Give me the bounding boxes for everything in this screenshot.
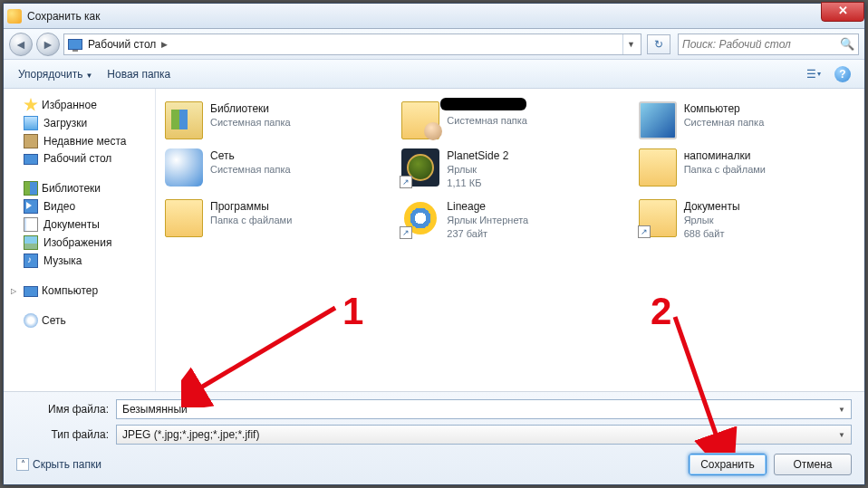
nav-row: ◄ ► Рабочий стол ▶ ▼ ↻ 🔍 [4, 29, 864, 60]
chevron-right-icon[interactable]: ▶ [161, 40, 168, 49]
user-folder-icon [401, 101, 439, 139]
close-button[interactable]: ✕ [821, 2, 864, 22]
sidebar-group-libraries[interactable]: Библиотеки [7, 179, 151, 197]
titlebar[interactable]: Сохранить как ✕ [4, 4, 864, 29]
list-item[interactable]: ↗ ДокументыЯрлык688 байт [637, 197, 857, 243]
shortcut-overlay-icon: ↗ [400, 226, 412, 239]
libraries-icon [165, 101, 203, 139]
shortcut-overlay-icon: ↗ [638, 225, 651, 238]
computer-icon [639, 101, 677, 139]
list-item[interactable]: СетьСистемная папка [163, 147, 383, 192]
filename-value: Безымянный [122, 403, 838, 416]
app-icon [7, 9, 22, 24]
sidebar-item-computer[interactable]: ▷ Компьютер [7, 282, 151, 299]
sidebar-item-network[interactable]: Сеть [7, 311, 151, 330]
libraries-icon [24, 181, 38, 196]
sidebar-group-favorites[interactable]: Избранное [7, 96, 151, 114]
sidebar-item-desktop[interactable]: Рабочий стол [7, 150, 151, 167]
hide-folders-link[interactable]: ˄ Скрыть папки [16, 458, 101, 471]
redacted-name [440, 98, 526, 110]
search-box[interactable]: 🔍 [678, 33, 859, 55]
search-input[interactable] [682, 38, 840, 51]
file-list[interactable]: БиблиотекиСистемная папка Системная папк… [156, 89, 864, 391]
view-options-button[interactable]: ☰▾ [801, 64, 826, 84]
list-item[interactable]: БиблиотекиСистемная папка [163, 100, 383, 141]
filetype-label: Тип файла: [16, 428, 116, 441]
help-button[interactable]: ? [830, 64, 855, 84]
sidebar-item-video[interactable]: Видео [7, 197, 151, 215]
sidebar-item-music[interactable]: Музыка [7, 252, 151, 270]
music-icon [24, 254, 38, 268]
save-button[interactable]: Сохранить [689, 454, 767, 475]
sidebar: Избранное Загрузки Недавние места Рабочи… [4, 89, 156, 391]
collapse-icon: ▷ [11, 287, 20, 295]
network-icon [24, 313, 38, 328]
bottom-panel: Имя файла: Безымянный ▼ Тип файла: JPEG … [4, 391, 864, 484]
list-item[interactable]: ↗ PlanetSide 2Ярлык1,11 КБ [400, 147, 620, 192]
star-icon [24, 98, 38, 112]
filetype-field[interactable]: JPEG (*.jpg;*.jpeg;*.jpe;*.jfif) ▼ [116, 425, 852, 445]
sidebar-item-recent[interactable]: Недавние места [7, 132, 151, 150]
address-dropdown[interactable]: ▼ [622, 34, 639, 54]
computer-icon [24, 286, 38, 297]
list-item[interactable]: Системная папка [400, 100, 620, 141]
cancel-button[interactable]: Отмена [774, 454, 852, 475]
list-item[interactable]: ↗ LineageЯрлык Интернета237 байт [400, 197, 620, 243]
list-item[interactable]: напоминалкиПапка с файлами [637, 147, 857, 192]
sidebar-item-documents[interactable]: Документы [7, 215, 151, 234]
network-icon [165, 148, 203, 187]
planetside2-icon: ↗ [401, 148, 439, 187]
breadcrumb[interactable]: Рабочий стол [88, 38, 156, 51]
sidebar-item-images[interactable]: Изображения [7, 234, 151, 252]
desktop-icon [24, 154, 38, 165]
window-title: Сохранить как [27, 10, 100, 23]
dropdown-icon[interactable]: ▼ [838, 406, 845, 414]
organize-menu[interactable]: Упорядочить▼ [13, 64, 98, 84]
desktop-icon [68, 39, 82, 50]
filename-field[interactable]: Безымянный ▼ [116, 399, 852, 419]
filename-label: Имя файла: [16, 403, 116, 416]
filetype-value: JPEG (*.jpg;*.jpeg;*.jpe;*.jfif) [122, 428, 838, 441]
downloads-icon [24, 116, 38, 130]
new-folder-button[interactable]: Новая папка [101, 64, 176, 84]
back-button[interactable]: ◄ [9, 33, 33, 56]
forward-button[interactable]: ► [36, 33, 60, 56]
search-icon[interactable]: 🔍 [840, 37, 854, 51]
lineage-icon: ↗ [401, 199, 439, 237]
list-item[interactable]: КомпьютерСистемная папка [637, 100, 857, 141]
documents-icon [24, 217, 38, 232]
address-bar[interactable]: Рабочий стол ▶ ▼ [63, 33, 641, 55]
folder-icon [165, 199, 203, 237]
toolbar: Упорядочить▼ Новая папка ☰▾ ? [4, 60, 864, 89]
folder-icon [639, 148, 677, 187]
recent-icon [24, 134, 38, 148]
images-icon [24, 235, 38, 250]
sidebar-item-downloads[interactable]: Загрузки [7, 114, 151, 132]
refresh-button[interactable]: ↻ [647, 34, 670, 54]
shortcut-overlay-icon: ↗ [400, 176, 412, 188]
video-icon [24, 199, 38, 214]
save-as-dialog: Сохранить как ✕ ◄ ► Рабочий стол ▶ ▼ ↻ 🔍… [3, 3, 865, 485]
dropdown-icon[interactable]: ▼ [838, 431, 845, 439]
list-item[interactable]: ПрограммыПапка с файлами [163, 197, 383, 243]
folder-icon: ↗ [639, 199, 677, 237]
chevron-up-icon: ˄ [16, 458, 29, 471]
